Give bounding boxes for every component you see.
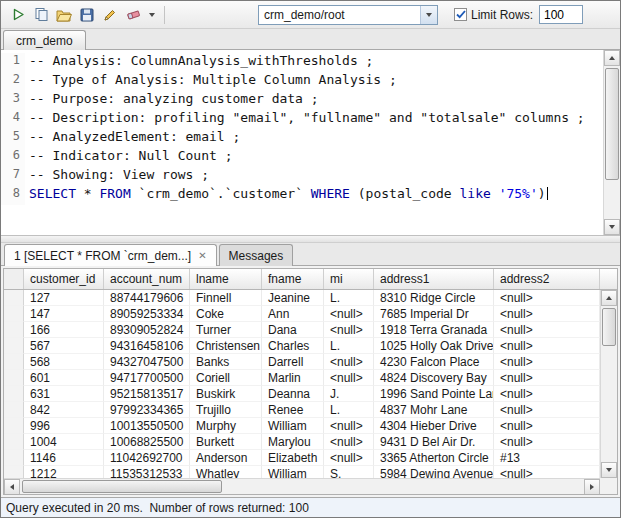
column-header-address1[interactable]: address1 [374,269,494,289]
table-cell: Renee [262,402,324,418]
table-cell: 94327047500 [104,354,190,370]
table-cell: <null> [324,370,374,386]
result-tab-label: 1 [SELECT * FROM `crm_dem...] [14,249,191,263]
connection-combobox[interactable]: crm_demo/root [258,5,438,25]
table-cell: 9431 D Bel Air Dr. [374,434,494,450]
scroll-up-icon[interactable] [601,290,617,306]
column-header-mi[interactable]: mi [324,269,374,289]
table-cell: <null> [494,338,600,354]
table-cell: Trujillo [190,402,262,418]
line-number: 5 [1,129,25,148]
scroll-up-icon[interactable] [604,50,620,66]
table-header-row: customer_idaccount_numlnamefnamemiaddres… [4,269,617,290]
close-icon[interactable]: ✕ [198,251,206,261]
code-line: -- Purpose: analyzing customer data ; [29,91,601,110]
line-number-gutter: 12345678 [1,53,25,205]
table-cell: 4304 Hieber Drive [374,418,494,434]
editor-scrollbar-thumb[interactable] [605,68,619,180]
row-selector [4,434,24,450]
table-cell: Darrell [262,354,324,370]
table-cell: Christensen [190,338,262,354]
row-selector-header [4,269,24,289]
table-cell: <null> [494,402,600,418]
table-cell: <null> [494,370,600,386]
combo-chevron-down-icon[interactable] [420,6,437,24]
table-cell: Turner [190,322,262,338]
table-cell: 89059253334 [104,306,190,322]
table-row[interactable]: 99610013550500MurphyWilliam<null>4304 Hi… [4,418,617,434]
table-cell: 842 [24,402,104,418]
scroll-down-icon[interactable] [604,219,620,235]
table-cell: 147 [24,306,104,322]
copy-icon[interactable] [30,4,52,26]
scroll-down-icon[interactable] [601,462,617,478]
sql-code-area[interactable]: -- Analysis: ColumnAnalysis_withThreshol… [29,53,601,205]
column-header-account_num[interactable]: account_num [104,269,190,289]
table-cell: 95215813517 [104,386,190,402]
table-horizontal-scrollbar[interactable] [4,478,600,494]
code-line: SELECT * FROM `crm_demo`.`customer` WHER… [29,186,601,205]
tab-messages[interactable]: Messages [219,244,294,266]
scroll-right-icon[interactable] [584,479,600,495]
row-selector [4,354,24,370]
table-cell: 601 [24,370,104,386]
line-number: 1 [1,53,25,72]
table-cell: 1918 Terra Granada [374,322,494,338]
table-cell: <null> [494,306,600,322]
line-number: 8 [1,186,25,205]
table-row[interactable]: 14789059253334CokeAnn<null>7685 Imperial… [4,306,617,322]
column-header-customer_id[interactable]: customer_id [24,269,104,289]
table-row[interactable]: 16689309052824TurnerDana<null>1918 Terra… [4,322,617,338]
table-row[interactable]: 100410068825500BurkettMarylou<null>9431 … [4,434,617,450]
code-line: -- Indicator: Null Count ; [29,148,601,167]
scroll-left-icon[interactable] [4,479,20,495]
limit-rows-input[interactable] [539,5,583,24]
table-row[interactable]: 12788744179606FinnellJeanineL.8310 Ridge… [4,290,617,306]
open-folder-icon[interactable] [53,4,75,26]
table-row[interactable]: 63195215813517BuskirkDeannaJ.1996 Sand P… [4,386,617,402]
table-cell: Jeanine [262,290,324,306]
table-row[interactable]: 84297992334365TrujilloReneeL.4837 Mohr L… [4,402,617,418]
table-vertical-scrollbar[interactable] [600,290,617,478]
table-cell: Coke [190,306,262,322]
table-row[interactable]: 56794316458106ChristensenCharlesL.1025 H… [4,338,617,354]
table-cell: Charles [262,338,324,354]
row-selector [4,290,24,306]
table-cell: 568 [24,354,104,370]
edit-icon[interactable] [99,4,121,26]
toolbar-overflow-icon[interactable] [145,4,159,26]
table-cell: 1996 Sand Pointe Lane [374,386,494,402]
table-cell: Dana [262,322,324,338]
column-header-lname[interactable]: lname [190,269,262,289]
table-cell: 4837 Mohr Lane [374,402,494,418]
editor-tabstrip: crm_demo [1,29,620,50]
table-row[interactable]: 60194717700500CoriellMarlin<null>4824 Di… [4,370,617,386]
editor-vertical-scrollbar[interactable] [603,50,620,235]
run-icon[interactable] [7,4,29,26]
table-cell: <null> [494,418,600,434]
table-hscrollbar-thumb[interactable] [22,480,222,493]
clear-icon[interactable] [122,4,144,26]
tab-result-1[interactable]: 1 [SELECT * FROM `crm_dem...] ✕ [4,244,217,266]
limit-rows-checkbox[interactable] [454,8,467,21]
table-cell: Marlin [262,370,324,386]
table-row[interactable]: 56894327047500BanksDarrell<null>4230 Fal… [4,354,617,370]
row-selector [4,418,24,434]
column-header-address2[interactable]: address2 [494,269,600,289]
table-cell: 1025 Holly Oak Drive [374,338,494,354]
table-cell: 567 [24,338,104,354]
table-vscrollbar-thumb[interactable] [602,308,616,346]
splitter[interactable] [1,236,620,243]
save-icon[interactable] [76,4,98,26]
table-cell: Banks [190,354,262,370]
tab-crm-demo[interactable]: crm_demo [3,30,86,50]
sql-editor[interactable]: 12345678 -- Analysis: ColumnAnalysis_wit… [1,50,620,236]
editor-tab-label: crm_demo [16,34,73,48]
code-line: -- AnalyzedElement: email ; [29,129,601,148]
column-header-fname[interactable]: fname [262,269,324,289]
code-line: -- Description: profiling "email", "full… [29,110,601,129]
table-row[interactable]: 114611042692700AndersonElizabeth<null>33… [4,450,617,466]
table-cell: J. [324,386,374,402]
table-cell: 631 [24,386,104,402]
table-cell: 89309052824 [104,322,190,338]
